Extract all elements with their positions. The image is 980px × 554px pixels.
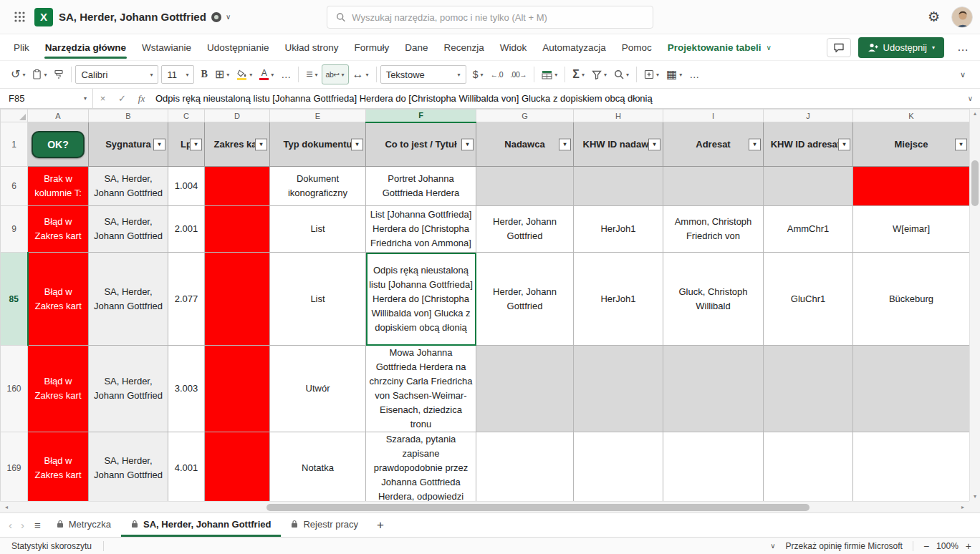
formula-input[interactable]: Odpis ręką nieustaloną listu [Johanna Go… — [155, 93, 961, 104]
filter-button[interactable]: ▾ — [461, 138, 474, 150]
ribbon-tab-pomoc[interactable]: Pomoc — [614, 34, 660, 60]
ribbon-tab-automatyzacja[interactable]: Automatyzacja — [534, 34, 614, 60]
table-cell[interactable]: HerJoh1 — [574, 206, 663, 253]
header-cell-khw-id-nadawcy[interactable]: KHW ID nadawc▾ — [574, 122, 663, 167]
vertical-scrollbar[interactable]: ▴ ▾ — [969, 109, 980, 501]
sheet-tab-sa-herder-johann-gottfried[interactable]: SA, Herder, Johann Gottfried — [121, 513, 281, 537]
filter-button[interactable]: ▾ — [255, 138, 267, 150]
select-all-button[interactable] — [1, 110, 28, 122]
title-chevron-icon[interactable]: ∨ — [226, 13, 231, 21]
search-input[interactable] — [352, 12, 644, 23]
column-header-f[interactable]: F — [366, 110, 476, 122]
table-cell[interactable]: List — [270, 206, 366, 253]
feedback-link[interactable]: Przekaż opinię firmie Microsoft — [786, 541, 903, 551]
merge-cells-button[interactable]: ↔▾ — [349, 64, 373, 84]
ribbon-tab-widok[interactable]: Widok — [492, 34, 535, 60]
sheet-nav-left-icon[interactable]: ‹ — [4, 519, 16, 531]
table-cell[interactable]: AmmChr1 — [764, 206, 853, 253]
column-header-b[interactable]: B — [89, 110, 168, 122]
search-box[interactable] — [327, 6, 653, 29]
table-cell[interactable]: SA, Herder, Johann Gottfried — [89, 167, 168, 206]
table-cell[interactable] — [764, 167, 853, 206]
cancel-button[interactable]: × — [93, 93, 112, 104]
table-cell[interactable]: SA, Herder, Johann Gottfried — [89, 346, 168, 432]
document-title[interactable]: SA, Herder, Johann Gottfried — [59, 11, 206, 23]
table-cell[interactable]: Herder, Johann Gottfried — [476, 253, 574, 346]
column-header-d[interactable]: D — [205, 110, 270, 122]
table-cell[interactable] — [476, 432, 574, 502]
number-format-select[interactable]: Tekstowe▾ — [380, 65, 466, 84]
sheet-tab-metryczka[interactable]: Metryczka — [47, 513, 121, 537]
ribbon-tab-recenzja[interactable]: Recenzja — [436, 34, 491, 60]
header-cell-miejsce[interactable]: Miejsce▾ — [853, 122, 970, 167]
table-cell[interactable]: Dokument ikonograficzny — [270, 167, 366, 206]
filter-button[interactable]: ▾ — [749, 138, 761, 150]
table-cell[interactable] — [205, 167, 270, 206]
ribbon-tab-plik[interactable]: Plik — [6, 34, 37, 60]
excel-logo-icon[interactable]: X — [34, 8, 53, 26]
table-cell[interactable]: SA, Herder, Johann Gottfried — [89, 206, 168, 253]
name-box[interactable]: F85▾ — [0, 89, 93, 108]
workbook-statistics-button[interactable]: Statystyki skoroszytu — [0, 541, 103, 551]
column-header-j[interactable]: J — [764, 110, 853, 122]
header-cell-adresat[interactable]: Adresat▾ — [663, 122, 764, 167]
zoom-out-button[interactable]: − — [923, 540, 929, 552]
table-cell[interactable]: SA, Herder, Johann Gottfried — [89, 253, 168, 346]
filter-button[interactable]: ▾ — [351, 138, 363, 150]
header-cell-zakres-kart[interactable]: Zakres kar▾ — [205, 122, 270, 167]
table-cell[interactable] — [574, 432, 663, 502]
table-cell[interactable]: Szarada, pytania zapisane prawdopodobnie… — [366, 432, 476, 502]
table-cell[interactable] — [853, 167, 970, 206]
filter-button[interactable]: ▾ — [955, 138, 967, 150]
undo-button[interactable]: ↺▾ — [7, 64, 29, 84]
more-font-options-button[interactable]: … — [277, 64, 294, 84]
sheet-nav-right-icon[interactable]: › — [16, 519, 29, 531]
ribbon-tab-udostepnianie[interactable]: Udostępnianie — [199, 34, 277, 60]
column-header-e[interactable]: E — [270, 110, 366, 122]
row-header[interactable]: 169 — [1, 432, 28, 502]
filter-button[interactable]: ▾ — [559, 138, 571, 150]
table-cell[interactable]: 1.004 — [168, 167, 205, 206]
comments-button[interactable] — [827, 38, 851, 57]
decrease-decimal-button[interactable]: .00→ — [506, 64, 530, 84]
insert-cells-button[interactable]: ▾ — [640, 64, 663, 84]
borders-button[interactable]: ⊞▾ — [211, 64, 233, 84]
alignment-button[interactable]: ≡▾ — [302, 64, 321, 84]
table-cell[interactable]: Utwór — [270, 346, 366, 432]
table-cell[interactable]: 2.077 — [168, 253, 205, 346]
filter-button[interactable]: ▾ — [190, 138, 202, 150]
table-cell[interactable]: 4.001 — [168, 432, 205, 502]
table-cell[interactable] — [205, 346, 270, 432]
header-cell-typ-dokumentu[interactable]: Typ dokumentu▾ — [270, 122, 366, 167]
currency-format-button[interactable]: $▾ — [469, 64, 487, 84]
scroll-right-icon[interactable]: ▸ — [958, 504, 968, 510]
table-cell[interactable] — [476, 167, 574, 206]
paste-button[interactable]: ▾ — [29, 64, 50, 84]
header-cell-nadawca[interactable]: Nadawca▾ — [476, 122, 574, 167]
statusbar-chevron-icon[interactable]: ∨ — [770, 542, 775, 550]
all-sheets-button[interactable]: ≡ — [29, 519, 47, 531]
table-cell[interactable] — [764, 432, 853, 502]
zoom-level[interactable]: 100% — [936, 541, 959, 551]
table-cell[interactable] — [574, 167, 663, 206]
horizontal-scrollbar[interactable]: ◂ ▸ — [0, 501, 969, 512]
table-cell[interactable]: W[eimar] — [853, 206, 970, 253]
table-cell[interactable]: Notatka — [270, 432, 366, 502]
table-cell[interactable]: HerJoh1 — [574, 253, 663, 346]
insert-function-button[interactable]: fx — [132, 93, 151, 105]
row-header[interactable]: 1 — [1, 122, 28, 167]
fill-color-button[interactable]: ▾ — [233, 64, 256, 84]
table-cell[interactable]: 2.001 — [168, 206, 205, 253]
ribbon-more-button[interactable]: … — [951, 41, 974, 54]
table-cell[interactable]: Ammon, Christoph Friedrich von — [663, 206, 764, 253]
table-cell[interactable]: Mowa Johanna Gottfrieda Herdera na chrzc… — [366, 346, 476, 432]
ok-shape-button[interactable]: OK? — [32, 131, 85, 158]
table-cell[interactable]: Herder, Johann Gottfried — [476, 206, 574, 253]
settings-gear-icon[interactable]: ⚙ — [928, 9, 940, 25]
table-cell[interactable] — [853, 432, 970, 502]
table-cell[interactable] — [853, 346, 970, 432]
column-header-h[interactable]: H — [574, 110, 663, 122]
row-header[interactable]: 6 — [1, 167, 28, 206]
column-header-a[interactable]: A — [28, 110, 89, 122]
find-button[interactable]: ▾ — [610, 64, 633, 84]
